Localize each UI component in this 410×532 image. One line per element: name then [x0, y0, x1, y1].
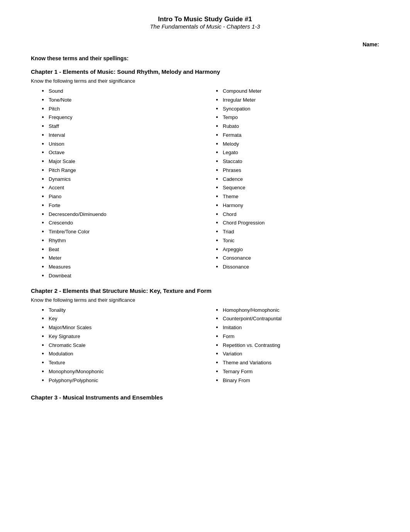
list-item: Measures — [42, 263, 205, 272]
page-header: Intro To Music Study Guide #1 The Fundam… — [31, 15, 379, 30]
page-subtitle: The Fundamentals of Music - Chapters 1-3 — [31, 23, 379, 30]
list-item: Interval — [42, 131, 205, 140]
list-item: Tone/Note — [42, 96, 205, 105]
list-item: Arpeggio — [217, 245, 379, 254]
chapter2-list2: Homophony/HomophonicCounterpoint/Contrap… — [205, 306, 379, 385]
list-item: Phrases — [217, 166, 379, 175]
list-item: Forte — [42, 201, 205, 210]
list-item: Compound Meter — [217, 87, 379, 96]
list-item: Consonance — [217, 254, 379, 263]
list-item: Tonic — [217, 236, 379, 245]
list-item: Counterpoint/Contrapuntal — [217, 314, 379, 323]
list-item: Major/Minor Scales — [42, 323, 205, 332]
list-item: Repetition vs. Contrasting — [217, 341, 379, 350]
list-item: Rubato — [217, 122, 379, 131]
list-item: Crescendo — [42, 219, 205, 228]
list-item: Chord — [217, 210, 379, 219]
chapter1-col1: SoundTone/NotePitchFrequencyStaffInterva… — [31, 87, 205, 280]
list-item: Unison — [42, 140, 205, 149]
list-item: Theme — [217, 192, 379, 201]
list-item: Melody — [217, 140, 379, 149]
list-item: Homophony/Homophonic — [217, 306, 379, 315]
list-item: Dissonance — [217, 263, 379, 272]
list-item: Triad — [217, 228, 379, 236]
list-item: Harmony — [217, 201, 379, 210]
list-item: Legato — [217, 148, 379, 157]
chapter2-title: Chapter 2 - Elements that Structure Musi… — [31, 287, 379, 294]
list-item: Sound — [42, 87, 205, 96]
list-item: Ternary Form — [217, 367, 379, 376]
chapter3-title: Chapter 3 - Musical Instruments and Ense… — [31, 394, 379, 401]
list-item: Downbeat — [42, 272, 205, 280]
list-item: Imitation — [217, 323, 379, 332]
list-item: Major Scale — [42, 157, 205, 166]
list-item: Pitch — [42, 105, 205, 114]
list-item: Texture — [42, 359, 205, 367]
page-title: Intro To Music Study Guide #1 — [31, 15, 379, 23]
list-item: Chromatic Scale — [42, 341, 205, 350]
list-item: Rhythm — [42, 236, 205, 245]
list-item: Binary From — [217, 376, 379, 385]
list-item: Theme and Variations — [217, 359, 379, 367]
list-item: Fermata — [217, 131, 379, 140]
chapter2-col2: Homophony/HomophonicCounterpoint/Contrap… — [205, 306, 379, 385]
section-instruction: Know these terms and their spellings: — [31, 55, 379, 61]
chapter1-intro: Know the following terms and their signi… — [31, 78, 379, 84]
list-item: Frequency — [42, 113, 205, 122]
chapter1-col2: Compound MeterIrregular MeterSyncopation… — [205, 87, 379, 280]
chapter2-list1: TonalityKeyMajor/Minor ScalesKey Signatu… — [31, 306, 205, 385]
list-item: Cadence — [217, 175, 379, 184]
list-item: Dynamics — [42, 175, 205, 184]
list-item: Sequence — [217, 184, 379, 192]
list-item: Accent — [42, 184, 205, 192]
list-item: Tonality — [42, 306, 205, 315]
list-item: Form — [217, 332, 379, 341]
chapter2-terms: TonalityKeyMajor/Minor ScalesKey Signatu… — [31, 306, 379, 385]
list-item: Tempo — [217, 113, 379, 122]
name-field-label: Name: — [31, 41, 379, 48]
list-item: Monophony/Monophonic — [42, 367, 205, 376]
chapter1-title: Chapter 1 - Elements of Music: Sound Rhy… — [31, 68, 379, 75]
list-item: Syncopation — [217, 105, 379, 114]
chapter2-col1: TonalityKeyMajor/Minor ScalesKey Signatu… — [31, 306, 205, 385]
list-item: Staccato — [217, 157, 379, 166]
list-item: Pitch Range — [42, 166, 205, 175]
chapter2-intro: Know the following terms and their signi… — [31, 297, 379, 303]
list-item: Piano — [42, 192, 205, 201]
list-item: Beat — [42, 245, 205, 254]
list-item: Timbre/Tone Color — [42, 228, 205, 236]
list-item: Modulation — [42, 350, 205, 359]
list-item: Polyphony/Polyphonic — [42, 376, 205, 385]
chapter1-list2: Compound MeterIrregular MeterSyncopation… — [205, 87, 379, 272]
list-item: Key Signature — [42, 332, 205, 341]
list-item: Meter — [42, 254, 205, 263]
list-item: Decrescendo/Diminuendo — [42, 210, 205, 219]
chapter1-terms: SoundTone/NotePitchFrequencyStaffInterva… — [31, 87, 379, 280]
list-item: Key — [42, 314, 205, 323]
list-item: Octave — [42, 148, 205, 157]
list-item: Staff — [42, 122, 205, 131]
list-item: Chord Progression — [217, 219, 379, 228]
chapter1-list1: SoundTone/NotePitchFrequencyStaffInterva… — [31, 87, 205, 280]
list-item: Irregular Meter — [217, 96, 379, 105]
list-item: Variation — [217, 350, 379, 359]
